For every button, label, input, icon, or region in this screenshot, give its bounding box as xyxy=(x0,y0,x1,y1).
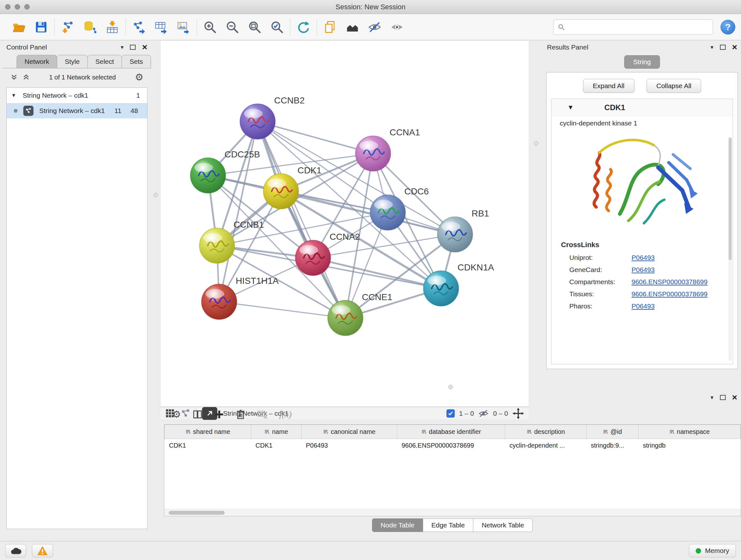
column-header-description[interactable]: description xyxy=(505,425,587,439)
column-header-shared-name[interactable]: shared name xyxy=(165,425,251,439)
network-edge-CCNA2-CDKN1A[interactable] xyxy=(313,258,441,289)
import-network-button[interactable] xyxy=(60,19,76,35)
cell-shared-name[interactable]: CDK1 xyxy=(165,439,251,452)
panel-close-icon[interactable]: × xyxy=(732,44,737,51)
crosslink-link[interactable]: 9606.ENSP00000378699 xyxy=(631,290,708,298)
network-edge-CCNB2-HIST1H1A[interactable] xyxy=(219,122,258,302)
network-node-CCNB1[interactable]: CCNB1 xyxy=(199,219,264,263)
scrollbar-thumb[interactable] xyxy=(169,511,225,515)
cell-id[interactable]: stringdb:9... xyxy=(587,439,638,452)
network-node-CCNA1[interactable]: CCNA1 xyxy=(355,127,420,172)
vertical-splitter[interactable] xyxy=(529,40,543,384)
tab-string[interactable]: String xyxy=(624,55,660,69)
panel-close-icon[interactable]: × xyxy=(732,394,737,401)
panel-menu-caret-icon[interactable]: ▾ xyxy=(121,44,124,51)
apply-layout-button[interactable] xyxy=(295,19,312,35)
network-edge-HIST1H1A-CCNE1[interactable] xyxy=(219,302,346,318)
column-header-name[interactable]: name xyxy=(251,425,301,439)
table-settings-gear-icon[interactable]: ⚙ xyxy=(172,410,181,419)
warnings-button[interactable] xyxy=(32,544,53,557)
splitter-handle[interactable] xyxy=(448,385,453,389)
crosslink-link[interactable]: 9606.ENSP00000378699 xyxy=(631,278,708,286)
search-input[interactable] xyxy=(565,23,709,30)
network-node-CCNE1[interactable]: CCNE1 xyxy=(328,292,393,336)
column-header-database-identifier[interactable]: database identifier xyxy=(397,425,505,439)
minimize-window-button[interactable] xyxy=(15,4,20,10)
crosslink-link[interactable]: P06493 xyxy=(631,254,655,261)
panel-float-icon[interactable] xyxy=(720,45,726,50)
export-table-button[interactable] xyxy=(153,19,169,35)
network-canvas[interactable]: CCNB2CCNA1CDC25BCDK1CDC6RB1CCNB1CCNA2CDK… xyxy=(160,40,529,407)
hide-selected-button[interactable] xyxy=(367,19,383,35)
export-network-button[interactable] xyxy=(131,19,147,35)
network-graph[interactable]: CCNB2CCNA1CDC25BCDK1CDC6RB1CCNB1CCNA2CDK… xyxy=(160,41,529,407)
panel-menu-caret-icon[interactable]: ▾ xyxy=(711,44,714,51)
cell-database-identifier[interactable]: 9606.ENSP00000378699 xyxy=(397,439,505,452)
tab-node-table[interactable]: Node Table xyxy=(372,518,423,532)
toolbar-search[interactable] xyxy=(553,19,713,35)
cell-canonical-name[interactable]: P06493 xyxy=(301,439,397,452)
show-hidden-button[interactable] xyxy=(389,19,405,35)
collapse-all-button[interactable]: Collapse All xyxy=(647,79,701,93)
panel-close-icon[interactable]: × xyxy=(142,44,147,51)
memory-button[interactable]: Memory xyxy=(689,544,736,557)
panel-float-icon[interactable] xyxy=(130,45,136,50)
add-column-icon[interactable] xyxy=(214,409,224,420)
zoom-out-button[interactable] xyxy=(224,19,240,35)
table-row[interactable]: CDK1 CDK1 P06493 9606.ENSP00000378699 cy… xyxy=(165,439,741,452)
save-session-button[interactable] xyxy=(33,19,49,35)
column-header-namespace[interactable]: namespace xyxy=(638,425,741,439)
tab-sets[interactable]: Sets xyxy=(122,55,151,68)
cloud-status-button[interactable] xyxy=(5,544,26,557)
show-all-networks-button[interactable] xyxy=(344,19,360,35)
crosslink-link[interactable]: P06493 xyxy=(631,302,655,310)
tab-style[interactable]: Style xyxy=(57,55,88,68)
tab-network[interactable]: Network xyxy=(17,55,57,68)
show-columns-icon[interactable] xyxy=(192,409,203,420)
column-header-canonical-name[interactable]: canonical name xyxy=(301,425,397,439)
column-header-id[interactable]: @id xyxy=(587,425,638,439)
copy-document-button[interactable] xyxy=(322,19,338,35)
vertical-splitter[interactable] xyxy=(151,40,160,541)
network-edge-CCNB2-CCNE1[interactable] xyxy=(258,122,345,318)
splitter-handle[interactable] xyxy=(153,193,158,197)
panel-float-icon[interactable] xyxy=(720,395,726,400)
tab-network-table[interactable]: Network Table xyxy=(473,518,533,532)
expand-all-icon[interactable] xyxy=(22,73,30,81)
horizontal-splitter[interactable] xyxy=(160,384,741,390)
zoom-window-button[interactable] xyxy=(24,4,30,10)
section-collapse-caret-icon[interactable]: ▼ xyxy=(567,104,574,111)
network-node-HIST1H1A[interactable]: HIST1H1A xyxy=(201,275,279,320)
export-image-button[interactable] xyxy=(176,19,192,35)
network-node-CDK1[interactable]: CDK1 xyxy=(263,165,321,209)
panel-menu-caret-icon[interactable]: ▾ xyxy=(711,394,714,401)
open-session-button[interactable] xyxy=(11,19,27,35)
import-table-button[interactable] xyxy=(105,19,120,35)
network-node-RB1[interactable]: RB1 xyxy=(437,208,489,252)
horizontal-scrollbar[interactable] xyxy=(164,509,741,516)
network-node-CDKN1A[interactable]: CDKN1A xyxy=(423,262,494,306)
close-window-button[interactable] xyxy=(5,4,10,10)
zoom-fit-button[interactable] xyxy=(247,19,263,35)
gene-section-header[interactable]: ▼ CDK1 xyxy=(551,99,733,116)
crosslink-link[interactable]: P06493 xyxy=(631,266,655,273)
tab-select[interactable]: Select xyxy=(87,55,122,68)
zoom-selected-button[interactable] xyxy=(269,19,285,35)
network-row-selected[interactable]: String Network – cdk1 11 48 xyxy=(7,103,147,118)
network-options-gear-icon[interactable]: ⚙ xyxy=(135,72,144,82)
scrollbar-thumb[interactable] xyxy=(729,137,732,260)
help-button[interactable]: ? xyxy=(721,20,735,35)
function-builder-button[interactable]: f(x) xyxy=(279,409,292,420)
delete-column-icon[interactable] xyxy=(236,409,246,420)
splitter-handle[interactable] xyxy=(534,141,538,145)
cell-namespace[interactable]: stringdb xyxy=(638,439,741,452)
expand-all-button[interactable]: Expand All xyxy=(583,79,634,93)
zoom-in-button[interactable] xyxy=(202,19,218,35)
results-scrollbar[interactable] xyxy=(729,137,732,361)
import-network-from-database-button[interactable] xyxy=(82,19,98,35)
tab-edge-table[interactable]: Edge Table xyxy=(423,518,474,532)
tree-expand-caret-icon[interactable]: ▼ xyxy=(11,92,21,98)
cell-description[interactable]: cyclin-dependent ... xyxy=(505,439,587,452)
cell-name[interactable]: CDK1 xyxy=(251,439,301,452)
collapse-all-icon[interactable] xyxy=(10,73,18,81)
